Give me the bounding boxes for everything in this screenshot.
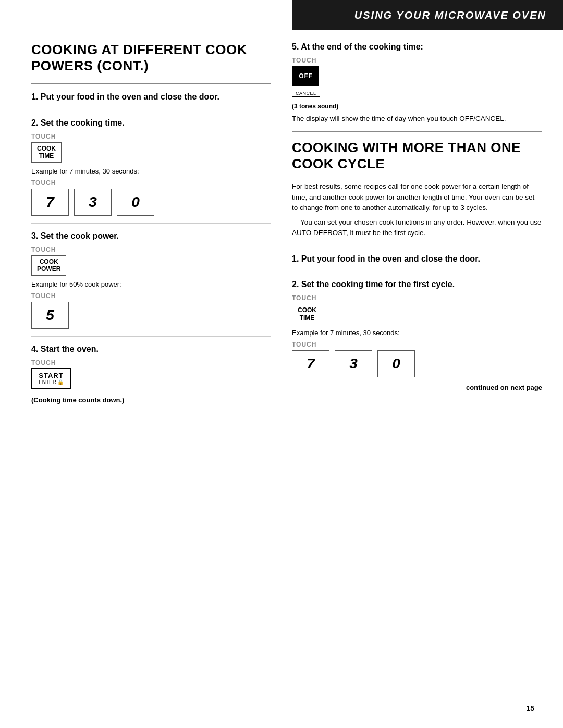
- cancel-label: CANCEL: [292, 90, 320, 97]
- divider-right-section2: [292, 131, 542, 132]
- r2-example: Example for 7 minutes, 30 seconds:: [292, 328, 542, 338]
- r2-num-box-0: 0: [377, 350, 415, 377]
- off-cancel-button[interactable]: OFF CANCEL: [292, 66, 320, 97]
- header-bar: Using Your Microwave Oven: [292, 0, 563, 30]
- divider-3: [31, 336, 271, 337]
- right-step-5-heading: 5. At the end of the cooking time:: [292, 42, 542, 53]
- r2-num-box-3: 3: [335, 350, 372, 377]
- divider-r2: [292, 272, 542, 272]
- cook-time-button-r2[interactable]: COOKTIME: [292, 304, 322, 324]
- touch-label-3: TOUCH: [31, 246, 271, 253]
- divider-2: [31, 223, 271, 224]
- left-step-3: 3. Set the cook power. TOUCH COOKPOWER E…: [31, 231, 271, 329]
- cook-power-button[interactable]: COOKPOWER: [31, 255, 66, 276]
- section2-body1: For best results, some recipes call for …: [292, 181, 542, 213]
- left-step-2-heading: 2. Set the cooking time.: [31, 118, 271, 129]
- divider-top-left: [31, 83, 271, 84]
- divider-1: [31, 110, 271, 110]
- right-step-r2-heading: 2. Set the cooking time for the first cy…: [292, 279, 542, 290]
- right-step-r1-heading: 1. Put your food in the oven and close t…: [292, 254, 542, 265]
- num-box-5: 5: [31, 302, 69, 329]
- step4-footnote: (Cooking time counts down.): [31, 396, 124, 404]
- touch-label-r2b: TOUCH: [292, 341, 542, 348]
- touch-label-r2: TOUCH: [292, 294, 542, 302]
- right-section2-title: Cooking with More Than One Cook Cycle: [292, 140, 542, 172]
- left-step-4: 4. Start the oven. TOUCH START ENTER 🔒 (…: [31, 344, 271, 404]
- tones-text: (3 tones sound): [292, 103, 338, 110]
- left-step-3-heading: 3. Set the cook power.: [31, 231, 271, 242]
- left-step-4-heading: 4. Start the oven.: [31, 344, 271, 355]
- right-step-5: 5. At the end of the cooking time: TOUCH…: [292, 42, 542, 124]
- touch-label-2: TOUCH: [31, 133, 271, 140]
- num-boxes-r2: 7 3 0: [292, 350, 542, 377]
- num-box-7: 7: [31, 189, 69, 216]
- continued-label: continued on next page: [292, 384, 542, 391]
- right-step-r2: 2. Set the cooking time for the first cy…: [292, 279, 542, 377]
- left-column: Cooking at Different Cook Powers (Cont.)…: [31, 42, 271, 408]
- start-button[interactable]: START ENTER 🔒: [31, 368, 71, 389]
- left-step-1: 1. Put your food in the oven and close t…: [31, 92, 271, 103]
- touch-label-5: TOUCH: [292, 57, 542, 64]
- step5-description: The display will show the time of day wh…: [292, 114, 542, 124]
- left-step-2: 2. Set the cooking time. TOUCH COOKTIME …: [31, 118, 271, 216]
- num-boxes-step3: 5: [31, 302, 271, 329]
- main-content: Cooking at Different Cook Powers (Cont.)…: [0, 0, 563, 408]
- touch-label-3b: TOUCH: [31, 292, 271, 300]
- left-step-1-heading: 1. Put your food in the oven and close t…: [31, 92, 271, 103]
- num-box-3: 3: [74, 189, 112, 216]
- cook-time-button[interactable]: COOKTIME: [31, 142, 62, 163]
- step2-example: Example for 7 minutes, 30 seconds:: [31, 167, 271, 176]
- divider-r1: [292, 246, 542, 246]
- page-number: 15: [526, 704, 534, 712]
- touch-label-2b: TOUCH: [31, 179, 271, 187]
- step3-example: Example for 50% cook power:: [31, 280, 271, 289]
- r2-num-box-7: 7: [292, 350, 329, 377]
- section2-body2: You can set your chosen cook functions i…: [292, 217, 542, 239]
- left-section-title: Cooking at Different Cook Powers (Cont.): [31, 42, 271, 74]
- right-step-r1: 1. Put your food in the oven and close t…: [292, 254, 542, 265]
- header-title: Using Your Microwave Oven: [354, 9, 546, 21]
- touch-label-4: TOUCH: [31, 359, 271, 366]
- num-box-0: 0: [117, 189, 154, 216]
- right-column: 5. At the end of the cooking time: TOUCH…: [292, 42, 542, 408]
- num-boxes-step2: 7 3 0: [31, 189, 271, 216]
